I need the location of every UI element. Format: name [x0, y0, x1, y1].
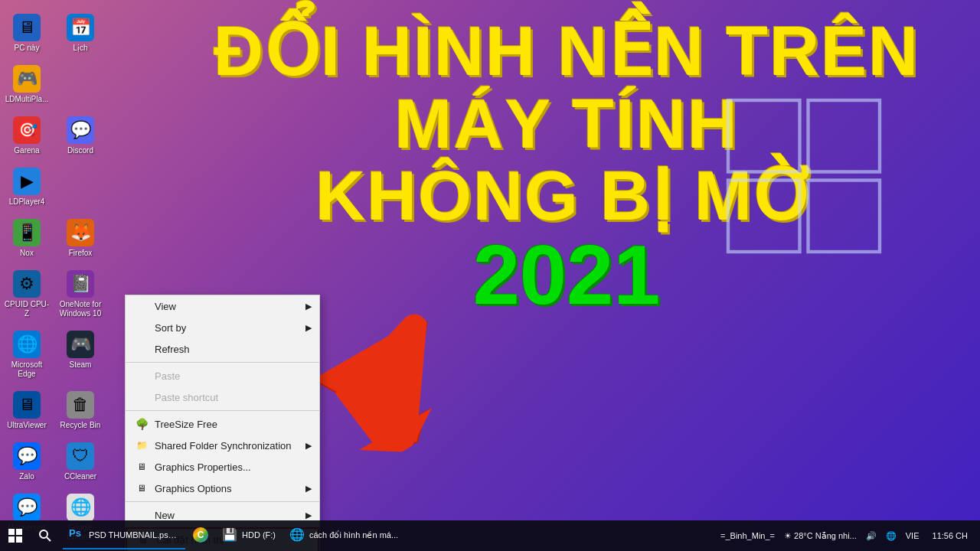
- messenger-icon: 💬: [13, 494, 41, 521]
- search-icon: [39, 530, 51, 542]
- tray-language[interactable]: VIE: [903, 531, 922, 540]
- windows-start-icon: [8, 529, 22, 543]
- cpuid-label: CPUID CPU-Z: [3, 300, 51, 318]
- start-button[interactable]: [0, 520, 31, 551]
- desktop-icon-recycle-bin[interactable]: 🗑 Recycle Bin: [54, 385, 107, 436]
- taskbar-time: 11:56 CH: [933, 531, 968, 540]
- taskbar-item-chrome[interactable]: C: [187, 522, 214, 549]
- garena-icon: 🎯: [13, 116, 41, 144]
- graphics-options-icon: 🖥: [135, 481, 149, 495]
- tray-weather[interactable]: ☀ 28°C Nắng nhi...: [782, 531, 859, 541]
- view-label: View: [155, 301, 176, 312]
- menu-item-graphics-options[interactable]: 🖥 Graphics Options ▶: [126, 478, 319, 499]
- svg-rect-1: [808, 100, 880, 172]
- svg-point-10: [40, 530, 47, 538]
- ldplayer-label: LDPlayer4: [9, 197, 45, 207]
- desktop-icon-firefox[interactable]: 🦊 Firefox: [54, 213, 107, 264]
- taskbar-search-button[interactable]: [31, 520, 60, 551]
- recycle-bin-label: Recycle Bin: [60, 421, 101, 430]
- ldmulti-label: LDMultiPla...: [5, 95, 49, 104]
- desktop-icon-onenote[interactable]: 📓 OneNote for Windows 10: [54, 264, 107, 324]
- refresh-icon: [135, 342, 149, 356]
- menu-item-paste-shortcut: Paste shortcut: [126, 386, 319, 408]
- ultraviewer-icon: 🖥: [13, 391, 41, 419]
- menu-item-sort-by[interactable]: Sort by ▶: [126, 317, 319, 338]
- desktop-icon-garena[interactable]: 🎯 Garena: [0, 110, 54, 161]
- steam-icon: 🎮: [67, 331, 94, 358]
- taskbar-item-hdd[interactable]: 💾 HDD (F:): [216, 522, 282, 549]
- onenote-icon: 📓: [67, 270, 94, 298]
- menu-item-shared-folder[interactable]: 📁 Shared Folder Synchronization ▶: [126, 435, 319, 456]
- sort-label: Sort by: [155, 322, 186, 334]
- tray-volume-icon: 🔊: [866, 531, 877, 541]
- menu-item-refresh[interactable]: Refresh: [126, 338, 319, 360]
- taskbar-item-browser[interactable]: 🌐 cách đổi hình nền má...: [283, 522, 404, 549]
- msedge-icon: 🌐: [13, 331, 41, 358]
- svg-rect-9: [16, 536, 22, 543]
- taskbar: Ps PSD THUMBNAIL.psd... C 💾 HDD (F:) 🌐 c…: [0, 520, 980, 551]
- cpuid-icon: ⚙: [13, 270, 41, 298]
- shared-folder-label: Shared Folder Synchronization: [155, 440, 292, 452]
- menu-item-treesize[interactable]: 🌳 TreeSize Free: [126, 413, 319, 435]
- paste-icon: [135, 369, 149, 383]
- firefox-label: Firefox: [69, 249, 93, 258]
- desktop-icon-ldmulti[interactable]: 🎮 LDMultiPla...: [0, 59, 54, 110]
- desktop-icon-ldplayer[interactable]: ▶ LDPlayer4: [0, 161, 54, 213]
- tray-volume[interactable]: 🔊: [864, 531, 879, 541]
- graphics-props-label: Graphics Properties...: [155, 461, 251, 473]
- tray-language-label: VIE: [906, 531, 920, 540]
- desktop-icon-lich[interactable]: 📅 Lịch: [54, 8, 107, 59]
- ccleaner-label: CCleaner: [64, 472, 96, 481]
- zalo-label: Zalo: [19, 472, 34, 481]
- menu-item-graphics-properties[interactable]: 🖥 Graphics Properties...: [126, 456, 319, 478]
- svg-rect-3: [808, 181, 880, 253]
- nox-label: Nox: [20, 249, 34, 258]
- shared-folder-arrow: ▶: [305, 441, 312, 451]
- psd-label: PSD THUMBNAIL.psd...: [89, 530, 179, 540]
- desktop-icon-pc-nay[interactable]: 🖥 PC này: [0, 8, 54, 59]
- desktop-icon-discord[interactable]: 💬 Discord: [54, 110, 107, 161]
- menu-item-view[interactable]: View ▶: [126, 295, 319, 317]
- desktop-icon-msedge[interactable]: 🌐 Microsoft Edge: [0, 324, 54, 385]
- desktop-icon-cpuid[interactable]: ⚙ CPUID CPU-Z: [0, 264, 54, 324]
- taskbar-clock[interactable]: 11:56 CH: [926, 531, 974, 540]
- discord-icon: 💬: [67, 116, 94, 144]
- desktop-icon-ccleaner[interactable]: 🛡 CCleaner: [54, 436, 107, 487]
- desktop-icon-nox[interactable]: 📱 Nox: [0, 213, 54, 264]
- treesize-label: TreeSize Free: [155, 419, 217, 430]
- taskbar-items: Ps PSD THUMBNAIL.psd... C 💾 HDD (F:) 🌐 c…: [60, 520, 712, 551]
- treesize-icon: 🌳: [135, 417, 149, 431]
- desktop-icon-ultraviewer[interactable]: 🖥 UltraViewer: [0, 385, 54, 436]
- desktop: ĐỔI HÌNH NỀN TRÊN MÁY TÍNH KHÔNG BỊ MỜ 2…: [0, 0, 980, 551]
- pc-nay-icon: 🖥: [13, 14, 41, 41]
- desktop-icon-zalo[interactable]: 💬 Zalo: [0, 436, 54, 487]
- steam-label: Steam: [70, 360, 92, 370]
- psd-icon: Ps: [69, 527, 84, 543]
- garena-label: Garena: [14, 146, 39, 155]
- desktop-icon-steam[interactable]: 🎮 Steam: [54, 324, 107, 385]
- onenote-label: OneNote for Windows 10: [57, 300, 104, 318]
- menu-sep-3: [126, 501, 319, 502]
- view-arrow: ▶: [305, 302, 312, 311]
- svg-rect-7: [16, 529, 22, 535]
- hdd-label: HDD (F:): [242, 530, 276, 540]
- shared-folder-icon: 📁: [135, 439, 149, 452]
- graphics-options-arrow: ▶: [305, 484, 312, 494]
- recycle-bin-icon: 🗑: [67, 391, 94, 419]
- tray-network[interactable]: 🌐: [884, 531, 899, 541]
- paste-shortcut-label: Paste shortcut: [155, 392, 218, 403]
- taskbar-tray: =_Binh_Min_= ☀ 28°C Nắng nhi... 🔊 🌐 VIE …: [712, 531, 980, 541]
- tray-ime-label: =_Binh_Min_=: [720, 531, 775, 540]
- svg-rect-0: [728, 100, 800, 172]
- menu-sep-1: [126, 362, 319, 363]
- nox-icon: 📱: [13, 219, 41, 246]
- sort-icon: [135, 321, 149, 334]
- tray-ime[interactable]: =_Binh_Min_=: [718, 531, 777, 540]
- browser-label: cách đổi hình nền má...: [309, 530, 398, 540]
- paste-label: Paste: [155, 370, 180, 382]
- new-arrow: ▶: [305, 510, 312, 520]
- taskbar-item-psd[interactable]: Ps PSD THUMBNAIL.psd...: [63, 522, 185, 549]
- refresh-label: Refresh: [155, 344, 190, 355]
- svg-line-11: [47, 537, 51, 541]
- svg-rect-8: [8, 536, 15, 543]
